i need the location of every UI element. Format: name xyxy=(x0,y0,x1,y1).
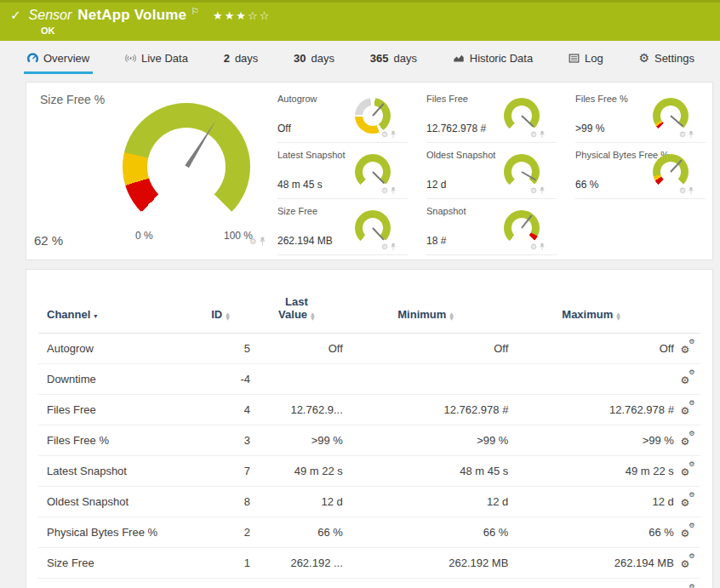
gauge-pin-icon[interactable] xyxy=(391,186,396,195)
tab-number: 365 xyxy=(370,52,389,65)
small-gauge-label: Physical Bytes Free % xyxy=(575,150,669,160)
table-row: Latest Snapshot 7 49 m 22 s 48 m 45 s 49… xyxy=(38,456,700,487)
tab-365-days[interactable]: 365 days xyxy=(367,44,420,74)
channel-settings-icon[interactable]: ⚙⚙ xyxy=(680,524,694,538)
cell-channel[interactable]: Latest Snapshot xyxy=(38,456,191,487)
small-gauge-label: Files Free xyxy=(426,94,468,104)
sensor-header: ✓ Sensor NetApp Volume ⚐ ★★★☆☆ OK xyxy=(0,0,720,41)
cell-id: 1 xyxy=(191,548,250,579)
gauge-settings-gear-icon[interactable]: ⚙ xyxy=(530,186,537,195)
gauge-pin-icon[interactable] xyxy=(540,243,545,251)
gauge-icon xyxy=(27,53,38,64)
small-gauge-label: Oldest Snapshot xyxy=(426,150,495,160)
column-header-minimum[interactable]: Minimum▲▼ xyxy=(343,270,509,334)
cell-minimum: 62 % xyxy=(343,579,509,588)
channel-settings-icon[interactable]: ⚙⚙ xyxy=(680,371,694,385)
channel-settings-icon[interactable]: ⚙⚙ xyxy=(680,555,694,568)
cell-channel[interactable]: Oldest Snapshot xyxy=(38,487,191,517)
small-gauge-needle xyxy=(670,159,682,172)
column-header-last-value[interactable]: Last Value▲▼ xyxy=(250,270,343,334)
cell-id: 7 xyxy=(191,456,250,487)
gauge-settings-gear-icon[interactable]: ⚙ xyxy=(530,130,537,139)
cell-maximum: 49 m 22 s xyxy=(508,456,674,487)
gauge-settings-gear-icon[interactable]: ⚙ xyxy=(381,243,388,251)
tab-number: 2 xyxy=(224,52,230,65)
gauge-pin-icon[interactable] xyxy=(260,237,266,246)
gauge-latest-snapshot: Latest Snapshot ⚙ 48 m 45 s xyxy=(277,143,408,199)
tab-overview[interactable]: Overview xyxy=(24,44,93,74)
log-icon xyxy=(569,53,580,64)
small-gauge-ring xyxy=(355,98,391,134)
cell-minimum: 48 m 45 s xyxy=(343,456,509,487)
gauge-settings-gear-icon[interactable]: ⚙ xyxy=(679,130,686,139)
tab-30-days[interactable]: 30 days xyxy=(290,44,338,74)
gauge-oldest-snapshot: Oldest Snapshot ⚙ 12 d xyxy=(426,143,557,199)
small-gauge-ring xyxy=(504,98,540,134)
cell-minimum: Off xyxy=(343,334,509,364)
cell-last-value xyxy=(250,364,343,395)
broadcast-icon xyxy=(125,53,136,64)
small-gauge-label: Snapshot xyxy=(426,206,466,216)
channel-settings-icon[interactable]: ⚙⚙ xyxy=(680,432,694,446)
tab-2-days[interactable]: 2 days xyxy=(220,44,262,74)
gauge-settings-gear-icon[interactable]: ⚙ xyxy=(249,237,257,246)
small-gauges-grid: Autogrow ⚙ Off Files Free ⚙ 12.762.978 #… xyxy=(277,87,706,255)
tab-label: Log xyxy=(585,52,603,65)
cell-channel[interactable]: Size Free xyxy=(38,548,191,579)
tab-label: days xyxy=(235,52,258,65)
column-header-id[interactable]: ID▲▼ xyxy=(191,270,250,334)
gauge-settings-gear-icon[interactable]: ⚙ xyxy=(679,186,686,195)
gauge-pin-icon[interactable] xyxy=(391,130,396,139)
tab-live-data[interactable]: Live Data xyxy=(122,44,191,74)
column-header-channel[interactable]: Channel▾ xyxy=(38,270,191,334)
gauge-pin-icon[interactable] xyxy=(391,243,396,251)
cell-channel[interactable]: Physical Bytes Free % xyxy=(38,517,191,548)
cell-last-value: >99 % xyxy=(250,425,343,456)
cell-last-value: 262.192 ... xyxy=(250,548,343,579)
channel-settings-icon[interactable]: ⚙⚙ xyxy=(680,340,694,354)
cell-channel[interactable]: Size Free % xyxy=(38,579,191,588)
tab-log[interactable]: Log xyxy=(565,44,607,74)
cell-id: 4 xyxy=(191,395,250,425)
cell-channel[interactable]: Files Free xyxy=(38,395,191,425)
channel-settings-icon[interactable]: ⚙⚙ xyxy=(680,402,694,415)
gauge-pin-icon[interactable] xyxy=(689,130,694,139)
gauge-pin-icon[interactable] xyxy=(540,186,545,195)
cell-channel[interactable]: Autogrow xyxy=(38,334,191,364)
cell-maximum: 62 % xyxy=(508,579,674,588)
gauge-settings-gear-icon[interactable]: ⚙ xyxy=(381,130,388,139)
main-gauge-label: Size Free % xyxy=(40,93,105,106)
gauge-files-free: Files Free ⚙ 12.762.978 # xyxy=(426,87,557,143)
cell-id: 2 xyxy=(191,517,250,548)
small-gauge-needle xyxy=(521,214,532,228)
small-gauge-ring xyxy=(504,154,540,190)
cell-id: 5 xyxy=(191,334,250,364)
tab-settings[interactable]: ⚙ Settings xyxy=(635,44,698,74)
sensor-title: NetApp Volume xyxy=(77,7,186,24)
cell-last-value: 12.762.9... xyxy=(250,395,343,425)
channel-settings-icon[interactable]: ⚙⚙ xyxy=(680,494,694,507)
column-header-maximum[interactable]: Maximum▲▼ xyxy=(508,270,674,334)
gauge-settings-gear-icon[interactable]: ⚙ xyxy=(530,243,537,251)
tab-number: 30 xyxy=(294,52,306,65)
cell-maximum xyxy=(508,364,674,395)
gauge-pin-icon[interactable] xyxy=(689,186,694,195)
flag-icon[interactable]: ⚐ xyxy=(191,6,199,17)
main-gauge-size-free-pct: Size Free % 0 % 100 % 62 % ⚙ xyxy=(26,83,282,261)
priority-stars[interactable]: ★★★☆☆ xyxy=(213,9,271,22)
gauge-size-free: Size Free ⚙ 262.194 MB xyxy=(277,199,408,255)
table-row: Oldest Snapshot 8 12 d 12 d 12 d ⚙⚙ xyxy=(38,487,700,517)
cell-channel[interactable]: Downtime xyxy=(38,364,191,395)
cell-channel[interactable]: Files Free % xyxy=(38,425,191,456)
small-gauge-value: 262.194 MB xyxy=(277,235,333,247)
gauge-pin-icon[interactable] xyxy=(540,130,545,139)
small-gauge-ring xyxy=(355,210,391,246)
cell-minimum: 66 % xyxy=(343,517,509,548)
channel-table-panel: Channel▾ ID▲▼ Last Value▲▼ Minimum▲▼ Max… xyxy=(26,269,713,588)
tab-historic-data[interactable]: Historic Data xyxy=(449,44,536,74)
main-gauge-ring xyxy=(123,103,250,231)
gauge-settings-gear-icon[interactable]: ⚙ xyxy=(381,186,388,195)
small-gauge-needle xyxy=(521,115,534,127)
small-gauge-label: Size Free xyxy=(277,206,317,216)
channel-settings-icon[interactable]: ⚙⚙ xyxy=(680,463,694,477)
